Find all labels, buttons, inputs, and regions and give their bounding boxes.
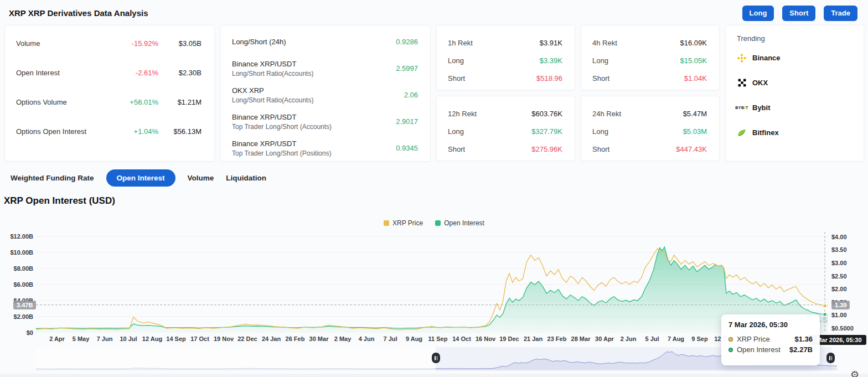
stat-label: Open Interest bbox=[16, 69, 112, 77]
legend-item-open-interest[interactable]: Open Interest bbox=[435, 219, 484, 227]
long-short-ratios-card: Long/Short (24h)0.9286Binance XRP/USDTLo… bbox=[220, 25, 431, 162]
page-header: XRP XRP Derivatives Data Analysis LongSh… bbox=[0, 0, 868, 24]
legend-item-xrp-price[interactable]: XRP Price bbox=[384, 219, 423, 227]
derivatives-dashboard: XRP XRP Derivatives Data Analysis LongSh… bbox=[0, 0, 868, 377]
rekt-card: 1h Rekt$3.91KLong$3.39KShort$518.96 bbox=[436, 25, 575, 90]
ratio-title: Binance XRP/USDT bbox=[232, 113, 396, 121]
rekt-short-value: $275.96K bbox=[531, 145, 562, 153]
settings-gear-icon[interactable]: ⚙ bbox=[850, 369, 859, 377]
stat-change: +56.01% bbox=[112, 98, 158, 106]
ratio-row: Long/Short (24h)0.9286 bbox=[221, 29, 430, 55]
rekt-short-row: Short$1.04K bbox=[592, 70, 707, 86]
rekt-title: 1h Rekt bbox=[448, 39, 540, 47]
rekt-long-value: $3.39K bbox=[540, 56, 562, 65]
tab-liquidation[interactable]: Liquidation bbox=[226, 169, 266, 187]
long-button[interactable]: Long bbox=[742, 6, 774, 21]
tooltip-date: 7 Mar 2026, 05:30 bbox=[728, 321, 813, 329]
rekt-short-row: Short$518.96 bbox=[448, 70, 562, 86]
ratio-title: Binance XRP/USDT bbox=[232, 140, 396, 148]
trending-item-binance[interactable]: Binance bbox=[737, 45, 852, 70]
ratio-title: OKX XRP bbox=[232, 86, 404, 95]
rekt-long-row: Long$3.39K bbox=[448, 52, 562, 69]
header-actions: LongShortTrade bbox=[742, 6, 857, 21]
rekt-card: 24h Rekt$5.47MLong$5.03MShort$447.43K bbox=[581, 96, 720, 161]
stat-row: Open Interest-2.61%$2.30B bbox=[5, 60, 214, 85]
y-axis-label-left: $8.00B bbox=[0, 265, 33, 272]
rekt-total: $3.91K bbox=[540, 39, 562, 47]
stat-value: $1.21M bbox=[158, 98, 202, 106]
rekt-long-label: Long bbox=[592, 56, 680, 65]
rekt-short-label: Short bbox=[592, 145, 676, 153]
rekt-total: $603.76K bbox=[531, 110, 562, 118]
page-title: XRP XRP Derivatives Data Analysis bbox=[9, 8, 148, 18]
ratio-subtitle: Long/Short Ratio(Accounts) bbox=[232, 96, 404, 104]
rekt-total: $16.09K bbox=[680, 39, 707, 47]
open-interest-chart-plot[interactable] bbox=[36, 232, 828, 333]
rekt-long-value: $15.05K bbox=[680, 56, 707, 65]
stat-label: Options Volume bbox=[16, 98, 112, 106]
bitfinex-icon bbox=[737, 128, 747, 138]
rekt-title-row: 1h Rekt$3.91K bbox=[448, 34, 562, 51]
ratio-name: OKX XRPLong/Short Ratio(Accounts) bbox=[232, 86, 404, 104]
ratio-name: Binance XRP/USDTLong/Short Ratio(Account… bbox=[232, 60, 396, 78]
chart-tabs: Weighted Funding RateOpen InterestVolume… bbox=[11, 169, 266, 187]
y-axis-label-right: $0.5000 bbox=[831, 324, 854, 332]
trending-title: Trending bbox=[737, 34, 852, 43]
ratio-value: 2.06 bbox=[404, 91, 418, 99]
rekt-short-value: $1.04K bbox=[684, 74, 707, 82]
bottom-divider bbox=[0, 374, 868, 377]
tab-open-interest[interactable]: Open Interest bbox=[106, 169, 175, 187]
tooltip-row: XRP Price$1.36 bbox=[728, 334, 813, 344]
trade-button[interactable]: Trade bbox=[824, 6, 857, 21]
crosshair-left-value-badge: 3.47B bbox=[13, 301, 36, 309]
crosshair-right-value-badge: 1.39 bbox=[831, 301, 850, 309]
trending-item-bitfinex[interactable]: Bitfinex bbox=[737, 120, 852, 145]
stat-row: Options Volume+56.01%$1.21M bbox=[5, 90, 214, 115]
trending-item-okx[interactable]: OKX bbox=[737, 70, 852, 95]
rekt-title-row: 4h Rekt$16.09K bbox=[592, 34, 707, 51]
ratio-row: Binance XRP/USDTTop Trader Long/Short (A… bbox=[221, 109, 430, 135]
tooltip-row: Open Interest$2.27B bbox=[728, 344, 813, 355]
y-axis-label-right: $4.00 bbox=[831, 233, 847, 241]
stat-value: $3.05B bbox=[158, 39, 202, 48]
rekt-short-row: Short$447.43K bbox=[592, 141, 707, 157]
y-axis-label-left: $2.00B bbox=[0, 313, 33, 321]
okx-icon bbox=[737, 78, 747, 88]
rekt-long-row: Long$327.79K bbox=[448, 123, 562, 140]
stat-value: $2.30B bbox=[158, 69, 202, 77]
rekt-short-label: Short bbox=[448, 145, 531, 153]
legend-swatch-icon bbox=[435, 220, 441, 226]
ratio-value: 0.9345 bbox=[396, 144, 418, 152]
short-button[interactable]: Short bbox=[782, 6, 815, 21]
ratio-value: 0.9286 bbox=[396, 38, 418, 46]
binance-icon bbox=[737, 53, 747, 63]
navigator-unselected-mask bbox=[36, 347, 436, 371]
ratio-subtitle: Long/Short Ratio(Accounts) bbox=[232, 70, 396, 78]
stat-label: Volume bbox=[16, 39, 112, 48]
trending-item-label: Bybit bbox=[752, 104, 771, 112]
y-axis-label-left: $10.00B bbox=[0, 249, 33, 256]
legend-label: Open Interest bbox=[444, 219, 484, 227]
ratio-name: Long/Short (24h) bbox=[232, 38, 396, 46]
rekt-long-label: Long bbox=[448, 56, 540, 65]
stat-value: $56.13M bbox=[158, 127, 202, 136]
stat-label: Options Open Interest bbox=[16, 127, 112, 136]
navigator-handle-left[interactable] bbox=[432, 353, 440, 363]
summary-cards-row: Volume-15.92%$3.05BOpen Interest-2.61%$2… bbox=[4, 25, 864, 161]
rekt-title-row: 12h Rekt$603.76K bbox=[448, 105, 562, 122]
ratio-name: Binance XRP/USDTTop Trader Long/Short (A… bbox=[232, 113, 396, 131]
rekt-card: 4h Rekt$16.09KLong$15.05KShort$1.04K bbox=[581, 25, 720, 90]
trending-item-bybit[interactable]: BYBITBybit bbox=[737, 95, 852, 120]
stat-change: +1.04% bbox=[112, 127, 158, 136]
navigator-handle-right[interactable] bbox=[826, 353, 835, 363]
rekt-long-label: Long bbox=[592, 127, 683, 136]
bybit-icon: BYBIT bbox=[737, 103, 747, 113]
ratio-row: OKX XRPLong/Short Ratio(Accounts)2.06 bbox=[221, 82, 430, 108]
tab-weighted-funding-rate[interactable]: Weighted Funding Rate bbox=[11, 169, 94, 187]
rekt-short-row: Short$275.96K bbox=[448, 141, 562, 157]
stat-row: Volume-15.92%$3.05B bbox=[5, 31, 214, 56]
tab-volume[interactable]: Volume bbox=[188, 169, 214, 187]
tooltip-series-value: $1.36 bbox=[794, 335, 813, 343]
chart-legend: XRP PriceOpen Interest bbox=[0, 219, 868, 227]
y-axis-label-left: $12.00B bbox=[0, 233, 33, 240]
